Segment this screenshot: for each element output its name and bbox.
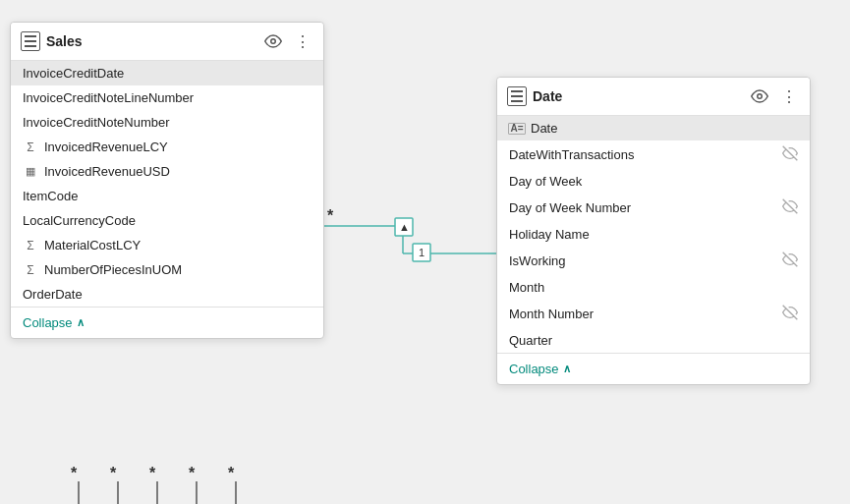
table-icon-line3 [25,45,36,47]
date-card-header: Date ⋮ [497,78,810,116]
date-card-footer: Collapse ∧ [497,353,810,384]
date-title: Date [533,88,562,104]
hidden-eye-icon-1 [782,145,798,164]
hidden-eye-icon-3 [782,252,798,270]
svg-text:▲: ▲ [399,221,410,233]
date-field-monthnumber[interactable]: Month Number [497,300,810,328]
sales-card: Sales ⋮ InvoiceCreditDate InvoiceCreditN… [10,22,324,339]
sales-collapse-button[interactable]: Collapse ∧ [23,315,85,330]
svg-text:*: * [110,465,117,481]
sales-card-header: Sales ⋮ [11,23,323,61]
sales-field-invoicedrevenueusd[interactable]: ▦ InvoicedRevenueUSD [11,159,323,184]
sales-header-left: Sales [21,31,83,51]
date-card: Date ⋮ A= Date DateWithTransac [496,77,811,385]
date-field-datewithtransactions[interactable]: DateWithTransactions [497,140,810,169]
svg-rect-4 [395,218,413,236]
svg-text:*: * [228,465,235,481]
sales-table-icon [21,31,40,51]
sales-field-materialcostlcy[interactable]: Σ MaterialCostLCY [11,233,323,257]
date-field-holidayname[interactable]: Holiday Name [497,222,810,247]
chevron-up-icon: ∧ [77,316,85,329]
sales-field-list: InvoiceCreditDate InvoiceCreditNoteLineN… [11,61,323,307]
date-more-icon[interactable]: ⋮ [778,85,800,107]
hidden-eye-icon-2 [782,198,798,217]
date-field-date[interactable]: A= Date [497,116,810,140]
canvas: * ▲ 1 * * * * * Sales [0,0,850,504]
sales-title: Sales [46,33,83,49]
svg-point-18 [271,39,276,44]
date-field-quarter[interactable]: Quarter [497,328,810,353]
date-table-icon-line3 [511,100,523,102]
sales-field-itemcode[interactable]: ItemCode [11,184,323,208]
sales-field-localcurrencycode[interactable]: LocalCurrencyCode [11,208,323,233]
date-header-icons: ⋮ [749,85,800,107]
sales-more-icon[interactable]: ⋮ [292,30,313,52]
sales-eye-icon[interactable] [262,30,284,52]
sales-field-orderdate[interactable]: OrderDate [11,282,323,307]
hidden-eye-icon-4 [782,305,798,323]
sales-field-invoicecreditnotelinenumber[interactable]: InvoiceCreditNoteLineNumber [11,85,323,110]
sigma-icon-2: Σ [23,239,38,252]
date-eye-icon[interactable] [749,85,770,107]
date-field-month[interactable]: Month [497,275,810,300]
date-collapse-button[interactable]: Collapse ∧ [509,362,571,376]
table-icon-small: ▦ [23,165,38,178]
sales-header-icons: ⋮ [262,30,313,52]
svg-text:1: 1 [419,247,425,258]
svg-rect-6 [413,244,430,261]
sales-field-numberofpiecesinuom[interactable]: Σ NumberOfPiecesInUOM [11,257,323,282]
date-table-icon [507,86,527,106]
date-field-isworking[interactable]: IsWorking [497,247,810,275]
sales-field-invoicedrevenuelcy[interactable]: Σ InvoicedRevenueLCY [11,135,323,159]
svg-point-19 [758,94,763,99]
text-field-icon: A= [509,123,525,135]
sales-field-invoicecreditdate[interactable]: InvoiceCreditDate [11,61,323,85]
svg-text:*: * [71,465,78,481]
date-field-dayofweeknumber[interactable]: Day of Week Number [497,194,810,222]
sigma-icon-3: Σ [23,263,38,277]
sigma-icon-1: Σ [23,140,38,154]
svg-text:*: * [189,465,196,481]
chevron-up-icon-date: ∧ [563,363,571,375]
sales-card-footer: Collapse ∧ [11,307,323,338]
svg-text:*: * [327,207,334,224]
date-header-left: Date [507,86,562,106]
sales-field-invoicecreditnotenumber[interactable]: InvoiceCreditNoteNumber [11,110,323,135]
date-field-dayofweek[interactable]: Day of Week [497,169,810,194]
svg-text:*: * [149,465,156,481]
date-field-list: A= Date DateWithTransactions Day of Week… [497,116,810,353]
